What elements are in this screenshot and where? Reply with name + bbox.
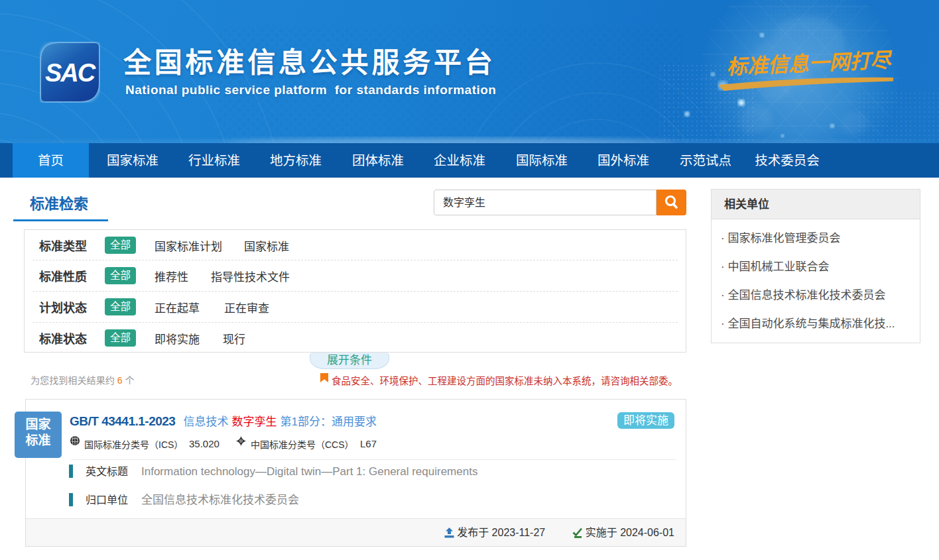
svg-text:SAC: SAC bbox=[45, 59, 96, 87]
